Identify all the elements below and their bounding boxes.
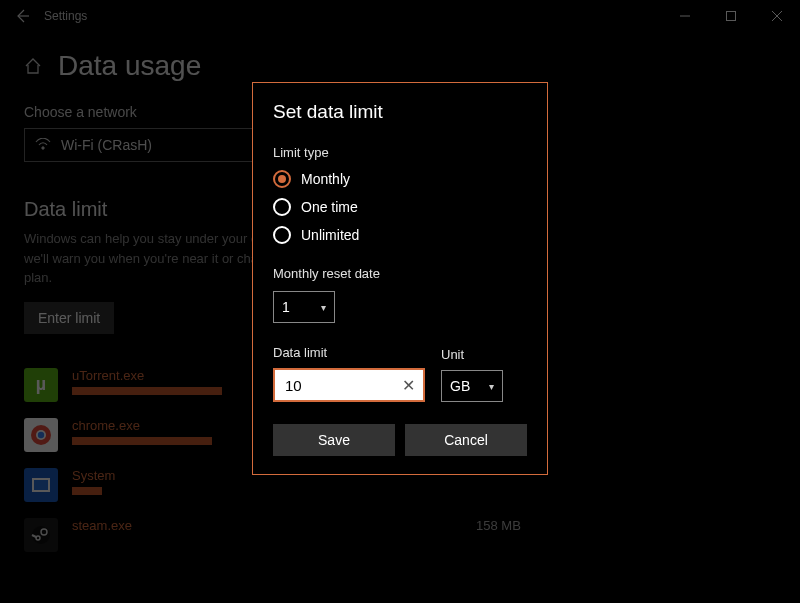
radio-icon [273, 170, 291, 188]
usage-row: steam.exe 158 MB [24, 518, 776, 552]
svg-rect-9 [34, 480, 48, 490]
radio-label: One time [301, 199, 358, 215]
app-size: 158 MB [476, 518, 521, 533]
reset-date-value: 1 [282, 299, 290, 315]
radio-monthly[interactable]: Monthly [273, 170, 527, 188]
page-title: Data usage [58, 50, 201, 82]
unit-label: Unit [441, 347, 503, 362]
enter-limit-button[interactable]: Enter limit [24, 302, 114, 334]
radio-label: Unlimited [301, 227, 359, 243]
window-title: Settings [44, 9, 87, 23]
limit-type-radio-group: Monthly One time Unlimited [273, 170, 527, 244]
app-icon-system [24, 468, 58, 502]
limit-type-label: Limit type [273, 145, 527, 160]
svg-rect-1 [727, 12, 736, 21]
cancel-button[interactable]: Cancel [405, 424, 527, 456]
wifi-icon [35, 137, 51, 153]
usage-bar [72, 487, 102, 495]
usage-bar [72, 437, 212, 445]
app-icon-utorrent: µ [24, 368, 58, 402]
svg-point-10 [32, 526, 50, 544]
close-button[interactable] [754, 0, 800, 32]
app-name: chrome.exe [72, 418, 222, 433]
window-controls [662, 0, 800, 32]
data-limit-input[interactable] [285, 377, 400, 394]
reset-date-select[interactable]: 1 ▾ [273, 291, 335, 323]
reset-date-label: Monthly reset date [273, 266, 527, 281]
dialog-buttons: Save Cancel [273, 424, 527, 456]
set-data-limit-dialog: Set data limit Limit type Monthly One ti… [252, 82, 548, 475]
radio-one-time[interactable]: One time [273, 198, 527, 216]
usage-bar [72, 387, 222, 395]
dialog-title: Set data limit [273, 101, 527, 123]
svg-point-4 [42, 147, 44, 149]
network-selected: Wi-Fi (CRasH) [61, 137, 152, 153]
radio-icon [273, 198, 291, 216]
unit-value: GB [450, 378, 470, 394]
minimize-button[interactable] [662, 0, 708, 32]
data-limit-input-wrap[interactable]: ✕ [273, 368, 425, 402]
chevron-down-icon: ▾ [321, 302, 326, 313]
app-name: uTorrent.exe [72, 368, 222, 383]
clear-input-icon[interactable]: ✕ [400, 376, 417, 395]
back-button[interactable] [8, 0, 36, 32]
radio-label: Monthly [301, 171, 350, 187]
app-name: System [72, 468, 222, 483]
app-icon-chrome [24, 418, 58, 452]
radio-icon [273, 226, 291, 244]
radio-unlimited[interactable]: Unlimited [273, 226, 527, 244]
app-name: steam.exe [72, 518, 222, 533]
unit-select[interactable]: GB ▾ [441, 370, 503, 402]
data-limit-field-label: Data limit [273, 345, 425, 360]
chevron-down-icon: ▾ [489, 381, 494, 392]
maximize-button[interactable] [708, 0, 754, 32]
svg-point-7 [38, 431, 44, 437]
home-icon[interactable] [24, 56, 44, 76]
titlebar: Settings [0, 0, 800, 32]
save-button[interactable]: Save [273, 424, 395, 456]
app-icon-steam [24, 518, 58, 552]
